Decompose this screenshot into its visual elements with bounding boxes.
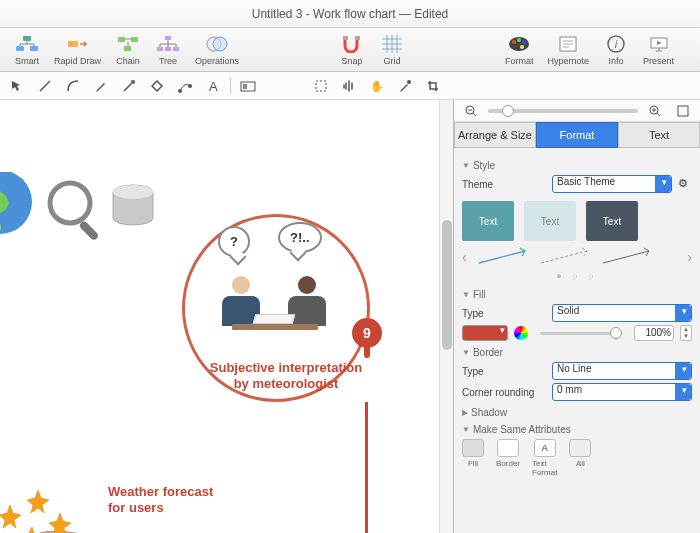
- pen-tool[interactable]: [90, 76, 112, 96]
- info-button[interactable]: iInfo: [597, 31, 635, 68]
- svg-rect-3: [68, 41, 78, 47]
- table: [232, 324, 318, 330]
- corner-rounding-label: Corner rounding: [462, 387, 546, 398]
- format-panel-button[interactable]: Format: [499, 31, 540, 68]
- paper: [253, 314, 296, 324]
- operations-button[interactable]: Operations: [189, 31, 245, 68]
- present-button[interactable]: Present: [637, 31, 680, 68]
- svg-point-30: [50, 183, 90, 223]
- svg-rect-9: [165, 47, 171, 51]
- svg-point-18: [522, 40, 526, 44]
- gear-icon[interactable]: ⚙: [678, 177, 692, 191]
- tree-button[interactable]: Tree: [149, 31, 187, 68]
- node-9-badge: 9: [352, 318, 382, 348]
- hypernote-button[interactable]: Hypernote: [541, 31, 595, 68]
- snap-button[interactable]: Snap: [333, 31, 371, 68]
- tab-format[interactable]: Format: [536, 122, 618, 148]
- same-text-button[interactable]: AText Format: [532, 439, 557, 477]
- arrow-style-2[interactable]: [539, 247, 591, 267]
- node-9-label: Subjective interpretation by meteorologi…: [196, 360, 376, 393]
- same-border-button[interactable]: Border: [496, 439, 520, 477]
- svg-point-12: [213, 37, 227, 51]
- theme-select[interactable]: Basic Theme: [552, 175, 672, 193]
- svg-rect-38: [678, 106, 688, 116]
- svg-point-19: [520, 45, 524, 49]
- node-10-label: Weather forecast for users: [108, 484, 258, 517]
- grid-button[interactable]: Grid: [373, 31, 411, 68]
- svg-rect-14: [355, 36, 360, 40]
- opacity-slider[interactable]: [540, 332, 622, 335]
- inspector-sidebar: ✋ Arrange & Size Format Text Style Theme…: [454, 100, 700, 533]
- shape-tool[interactable]: [146, 76, 168, 96]
- line-tool[interactable]: [34, 76, 56, 96]
- svg-rect-0: [23, 36, 31, 41]
- magnifier-icon: [42, 178, 112, 250]
- svg-rect-8: [157, 47, 163, 51]
- svg-point-25: [188, 84, 192, 88]
- main-toolbar: Smart Rapid Draw Chain Tree Operations S…: [0, 28, 700, 72]
- speech-bubble-2: ?!..: [278, 222, 322, 253]
- canvas-scrollbar[interactable]: [439, 100, 453, 533]
- svg-text:i: i: [615, 38, 618, 50]
- text-tool[interactable]: A: [202, 76, 224, 96]
- svg-rect-4: [118, 37, 125, 42]
- style-next[interactable]: ›: [687, 249, 692, 265]
- connector-tool[interactable]: [118, 76, 140, 96]
- svg-rect-5: [131, 37, 138, 42]
- arrow-style-1[interactable]: [477, 247, 529, 267]
- color-picker-icon[interactable]: [514, 326, 528, 340]
- rapid-draw-button[interactable]: Rapid Draw: [48, 31, 107, 68]
- opacity-value[interactable]: 100%: [634, 325, 674, 341]
- svg-rect-10: [173, 47, 179, 51]
- section-shadow[interactable]: Shadow: [462, 407, 692, 418]
- smart-button[interactable]: Smart: [8, 31, 46, 68]
- svg-rect-7: [165, 36, 171, 40]
- svg-rect-2: [30, 46, 38, 51]
- pointer-tool[interactable]: [6, 76, 28, 96]
- svg-point-24: [178, 89, 182, 93]
- theme-label: Theme: [462, 179, 546, 190]
- zoom-in-icon[interactable]: [644, 101, 666, 121]
- same-all-button[interactable]: All: [569, 439, 591, 477]
- section-make-same[interactable]: Make Same Attributes: [462, 424, 692, 435]
- inspector-tabs: Arrange & Size Format Text: [454, 122, 700, 148]
- section-style[interactable]: Style: [462, 160, 692, 171]
- opacity-stepper[interactable]: ▲▼: [680, 325, 692, 341]
- svg-rect-28: [243, 84, 247, 89]
- section-border[interactable]: Border: [462, 347, 692, 358]
- svg-point-17: [517, 38, 521, 42]
- arrow-style-3[interactable]: [601, 247, 653, 267]
- curve-tool[interactable]: [62, 76, 84, 96]
- style-swatch-1[interactable]: Text: [462, 201, 514, 241]
- zoom-slider[interactable]: [488, 109, 638, 113]
- svg-point-33: [113, 185, 153, 199]
- section-fill[interactable]: Fill: [462, 289, 692, 300]
- database-icon: [110, 184, 156, 234]
- svg-text:A: A: [209, 79, 218, 93]
- corner-rounding-select[interactable]: 0 mm: [552, 383, 692, 401]
- border-type-select[interactable]: No Line: [552, 362, 692, 380]
- border-type-label: Type: [462, 366, 546, 377]
- canvas[interactable]: ? ?!.. 9 Subjective interpretation by me…: [0, 100, 454, 533]
- svg-rect-13: [343, 36, 348, 40]
- window-title: Untitled 3 - Work flow chart — Edited: [0, 0, 700, 28]
- zoom-out-icon[interactable]: [460, 101, 482, 121]
- tab-arrange[interactable]: Arrange & Size: [454, 122, 536, 148]
- speech-bubble-1: ?: [218, 226, 250, 257]
- fill-type-label: Type: [462, 308, 546, 319]
- style-swatch-2[interactable]: Text: [524, 201, 576, 241]
- style-swatch-3[interactable]: Text: [586, 201, 638, 241]
- style-page-dots[interactable]: ● ○ ○: [462, 271, 692, 281]
- same-fill-button[interactable]: Fill: [462, 439, 484, 477]
- svg-rect-6: [124, 46, 131, 51]
- fill-color-well[interactable]: [462, 325, 508, 341]
- zoom-fit-icon[interactable]: [672, 101, 694, 121]
- fill-type-select[interactable]: Solid: [552, 304, 692, 322]
- library-tool[interactable]: [237, 76, 259, 96]
- tab-text[interactable]: Text: [618, 122, 700, 148]
- style-prev[interactable]: ‹: [462, 249, 467, 265]
- svg-rect-1: [16, 46, 24, 51]
- svg-point-16: [512, 40, 516, 44]
- node-edit-tool[interactable]: [174, 76, 196, 96]
- chain-button[interactable]: Chain: [109, 31, 147, 68]
